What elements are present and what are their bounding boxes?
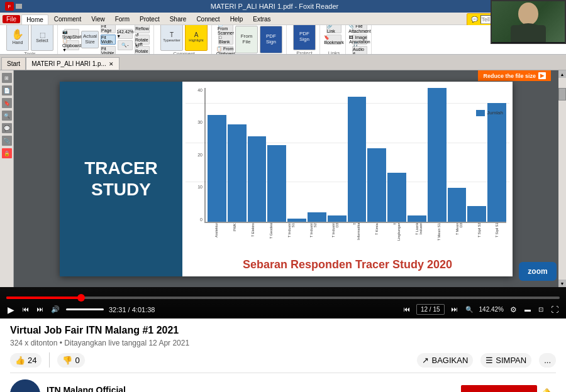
tab-home[interactable]: Home [21, 14, 48, 24]
share-btn[interactable]: ↗ BAGIKAN [417, 353, 473, 368]
close-tab-icon[interactable]: ✕ [109, 61, 114, 67]
tab-comment[interactable]: Comment [50, 14, 86, 24]
from-scanner-btn[interactable]: 📄 From Scanner [218, 25, 233, 33]
blank-btn[interactable]: □ Blank [218, 35, 233, 45]
tab-help[interactable]: Help [226, 14, 248, 24]
skip-prev-btn[interactable]: ⏮ [21, 306, 30, 313]
channel-avatar[interactable]: ITN [10, 379, 40, 392]
from-file-btn[interactable]: FromFile [235, 26, 258, 53]
sidebar-comment-icon[interactable]: 💬 [2, 123, 12, 133]
sidebar-attachment-icon[interactable]: 📎 [2, 136, 12, 146]
comment-icons: TTypewriter AHighlight [160, 25, 208, 51]
tab-view[interactable]: View [87, 14, 109, 24]
zoom-minus-btn[interactable]: 🔍 [464, 307, 474, 313]
pdf-prev-page-btn[interactable]: ⏮ [402, 306, 411, 313]
window-title: MATERI P_ALI HARI 1.pdf - Foxit Reader [23, 3, 526, 10]
bell-btn[interactable]: 🔔 [537, 385, 556, 392]
dislike-btn[interactable]: 👎 0 [57, 353, 84, 368]
sidebar-bookmark-icon[interactable]: 🔖 [2, 98, 12, 108]
zoom-logo: zoom [519, 262, 557, 281]
chart-bar-10 [408, 215, 426, 222]
quick-access [16, 4, 22, 9]
progress-bar[interactable] [6, 297, 560, 299]
hand-tool[interactable]: ✋Hand [6, 25, 29, 51]
like-count: 24 [28, 356, 36, 365]
file-attachment-btn[interactable]: 📎 File Attachment [352, 25, 367, 33]
save-btn[interactable]: ☰ SIMPAN [480, 353, 531, 368]
protect-label: Protect [296, 50, 312, 55]
volume-btn[interactable]: 🔊 [50, 306, 61, 313]
sidebar-lock-icon[interactable]: 🔒 [2, 148, 12, 158]
highlight-btn[interactable]: AHighlight [185, 25, 208, 51]
actual-size-btn[interactable]: Actual Size [81, 31, 99, 48]
tab-file[interactable]: File [3, 15, 20, 23]
tab-extras[interactable]: Extras [248, 14, 275, 24]
current-time: 32:31 [109, 306, 126, 313]
svg-point-0 [518, 3, 538, 25]
tab-share[interactable]: Share [165, 14, 191, 24]
rotate-right-btn[interactable]: ↻ Rotate Right [135, 46, 150, 55]
link-btn[interactable]: 🔗 Link [326, 25, 341, 33]
typewriter-btn[interactable]: TTypewriter [160, 25, 183, 51]
x-label-8: T Kimia [375, 223, 379, 241]
fit-visible-btn[interactable]: Fit Visible [101, 46, 116, 55]
view-top-row: 📷 SnapShot 📋 Clipboard ▼ Actual Size Fit… [64, 25, 150, 55]
insert-col: 📎 File Attachment 🖼 Image Annotation 🎵 A… [352, 25, 367, 55]
volume-slider[interactable] [66, 308, 104, 310]
chart-bars [208, 88, 506, 222]
video-controls: ▶ ⏮ ⏭ 🔊 32:31 / 4:01:38 ⏮ 12 / 15 [0, 287, 566, 318]
pdf-sign-btn[interactable]: PDFSign [260, 26, 282, 53]
clipboard-btn[interactable]: 📋 Clipboard ▼ [64, 40, 79, 50]
scroll-down-btn[interactable]: ▼ [558, 280, 566, 287]
scroll-up-btn[interactable]: ▲ [558, 70, 566, 78]
snapshot-btn[interactable]: 📷 SnapShot [64, 29, 79, 39]
channel-name[interactable]: ITN Malang Official [47, 385, 461, 392]
pdf-sign-protect-btn[interactable]: PDFSign [293, 25, 316, 50]
chart-bar-11 [428, 88, 447, 222]
scroll-thumb[interactable] [558, 88, 566, 101]
create-icons: 📄 From Scanner □ Blank 📋 From Clipboard … [218, 25, 282, 55]
sidebar-nav-icon[interactable]: ⊞ [2, 73, 12, 83]
video-actions: 👍 24 👎 0 ↗ BAGIKAN ☰ SIMPAN ... [10, 352, 556, 373]
live-date: Ditayangkan live tanggal 12 Apr 2021 [64, 339, 189, 347]
zoom-out-btn[interactable]: 🔍- [118, 40, 133, 50]
progress-dot[interactable] [77, 294, 85, 302]
from-clipboard-btn[interactable]: 📋 From Clipboard [218, 46, 233, 55]
group-tools: ✋Hand ⬚Select Tools [3, 25, 58, 55]
bookmark-btn[interactable]: 🔖 Bookmark [326, 35, 341, 45]
theater-mode-btn[interactable]: ▬ [523, 307, 532, 313]
x-label-14: T Sipil S1 [495, 223, 499, 241]
rotate-left-btn[interactable]: ↺ Rotate Left [135, 35, 150, 45]
select-tool[interactable]: ⬚Select [31, 25, 53, 51]
page-total: 15 [433, 306, 440, 313]
x-label-1: PWK [233, 223, 236, 241]
play-pause-btn[interactable]: ▶ [6, 305, 16, 314]
pdf-next-page-btn[interactable]: ⏭ [450, 306, 459, 313]
y-label-30: 30 [186, 120, 204, 124]
more-icon: ... [544, 356, 551, 365]
skip-next-btn[interactable]: ⏭ [35, 306, 45, 313]
tab-form[interactable]: Form [111, 14, 134, 24]
tab-start[interactable]: Start [1, 57, 26, 70]
zoom-select[interactable]: 142.42% ▼ [118, 29, 133, 39]
reduce-file-size-btn[interactable]: Reduce the file size ▶ [478, 70, 551, 81]
subscribe-btn[interactable]: DISUBSCRIBE [461, 385, 537, 393]
miniplayer-btn[interactable]: ⊡ [537, 307, 545, 313]
fit-width-btn[interactable]: Fit Width [101, 35, 116, 45]
tab-connect[interactable]: Connect [192, 14, 224, 24]
fit-page-btn[interactable]: Fit Page [101, 25, 116, 33]
tab-protect[interactable]: Protect [135, 14, 164, 24]
audio-video-btn[interactable]: 🎵 Audio & Video [352, 46, 367, 55]
sidebar-search-icon[interactable]: 🔍 [2, 111, 12, 121]
chart-bar-12 [448, 188, 467, 221]
more-btn[interactable]: ... [539, 353, 556, 368]
dislike-icon: 👎 [62, 356, 72, 365]
scroll-track[interactable] [558, 78, 566, 280]
doc-tabs: Start MATERI P_ALI HARI 1.p... ✕ [0, 55, 566, 70]
sidebar-pages-icon[interactable]: 📄 [2, 85, 12, 95]
settings-btn[interactable]: ⚙ [509, 306, 518, 313]
fullscreen-btn[interactable]: ⛶ [550, 306, 560, 313]
like-btn[interactable]: 👍 24 [10, 353, 42, 368]
chart-x-labels: ArsitekturPWKT ElektroT GeodesiT Industr… [208, 223, 506, 242]
tab-document[interactable]: MATERI P_ALI HARI 1.p... ✕ [26, 57, 119, 70]
